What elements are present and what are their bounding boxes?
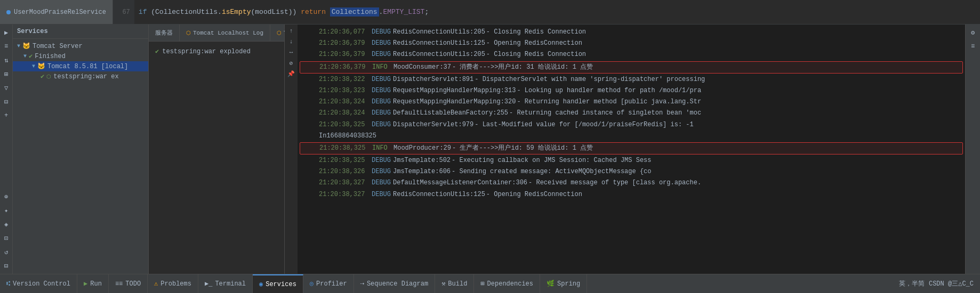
sequence-icon: ⇢	[360, 280, 364, 288]
problems-label: Problems	[160, 280, 191, 288]
tab-profiler[interactable]: ◎ Profiler	[303, 274, 354, 293]
code-dot: .	[218, 8, 222, 16]
right-filter-icon[interactable]: ≡	[968, 42, 978, 51]
tab-terminal[interactable]: ▶_ Terminal	[198, 274, 253, 293]
tab-spring[interactable]: 🌿 Spring	[540, 274, 587, 293]
play-icon[interactable]: ▶	[2, 28, 11, 37]
bottom-tabs: ⑆ Version Control ▶ Run ≡≡ TODO ⚠ Proble…	[0, 274, 587, 293]
clear-btn[interactable]: ⊘	[287, 59, 295, 67]
log-controls: ↑ ↓ ↔ ⊘ 📌	[285, 25, 298, 274]
log-level: DEBUG	[372, 120, 391, 130]
deploy-name: testspring:war exploded	[162, 48, 251, 55]
log-line: 21:20:36,379INFOMoodConsumer:37- 消费者--->…	[300, 61, 963, 74]
tomcat-localhost-icon: ⬡	[186, 30, 191, 36]
deployment-label: testspring:war ex	[53, 73, 118, 80]
right-settings-icon[interactable]: ⚙	[968, 28, 978, 37]
scroll-up-btn[interactable]: ↑	[287, 27, 295, 35]
log-timestamp: 21:20:36,379	[319, 50, 369, 60]
finished-icon: ✔	[29, 52, 33, 60]
tab-server-label: 服务器	[155, 29, 173, 37]
bottom-right-status: 英，半简 CSDN @三△C_C	[893, 279, 980, 288]
code-constant: EMPTY_LIST	[383, 8, 424, 16]
tomcat-server-label: Tomcat Server	[33, 43, 83, 50]
code-tab[interactable]: UserMoodPraiseRelService	[0, 0, 113, 24]
log-class: MoodConsumer:37	[393, 62, 451, 72]
log-continuation: In1668864038325	[319, 131, 376, 141]
profiler-label: Profiler	[316, 280, 347, 288]
log-class: DefaultMessageListenerContainer:306	[393, 178, 527, 188]
tab-dependencies[interactable]: ⊞ Dependencies	[474, 274, 540, 293]
log-line: 21:20:36,379DEBUGRedisConnectionUtils:20…	[298, 49, 965, 60]
todo-label: TODO	[125, 280, 141, 288]
log-line: 21:20:36,077DEBUGRedisConnectionUtils:20…	[298, 27, 965, 38]
sidebar-icon-4[interactable]: ⊟	[2, 97, 11, 107]
log-class: JmsTemplate:606	[393, 167, 451, 177]
tab-server[interactable]: 服务器	[149, 25, 180, 41]
log-message: - DispatcherServlet with name 'spring-di…	[475, 75, 705, 85]
profiler-icon: ◎	[310, 280, 314, 288]
server-tabs: 服务器 ⬡ Tomcat Localhost Log ⬡ Tomcat Cata…	[149, 25, 284, 42]
spring-label: Spring	[557, 280, 580, 288]
log-line: 21:20:38,324DEBUGDefaultListableBeanFact…	[298, 108, 965, 119]
tab-version-control[interactable]: ⑆ Version Control	[0, 274, 77, 293]
tab-services[interactable]: ◉ Services	[253, 274, 303, 293]
tomcat-server-item[interactable]: ▼ 🐱 Tomcat Server	[13, 41, 148, 51]
log-class: RedisConnectionUtils:205	[393, 27, 485, 37]
log-message: - 消费者--->>用户id: 31 给说说id: 1 点赞	[452, 62, 593, 72]
sidebar-icon-bottom5[interactable]: ↺	[2, 247, 11, 257]
check-icon: ✔	[155, 47, 159, 55]
log-level: INFO	[372, 143, 391, 153]
log-level: DEBUG	[372, 156, 391, 166]
code-line: if ( CollectionUtils . isEmpty (moodList…	[134, 0, 980, 24]
vc-icon: ⑆	[6, 280, 10, 288]
sidebar-icon-bottom4[interactable]: ⊡	[2, 233, 11, 243]
sidebar-icon-bottom3[interactable]: ◈	[2, 219, 11, 229]
tab-sequence[interactable]: ⇢ Sequence Diagram	[354, 274, 435, 293]
tab-todo[interactable]: ≡≡ TODO	[109, 274, 148, 293]
log-line: 21:20:38,324DEBUGRequestMappingHandlerMa…	[298, 96, 965, 108]
scroll-down-btn[interactable]: ↓	[287, 37, 295, 46]
finished-item[interactable]: ▼ ✔ Finished	[13, 51, 148, 61]
sidebar-icon-bottom6[interactable]: ⊟	[2, 261, 11, 271]
log-line: 21:20:38,325DEBUGJmsTemplate:502- Execut…	[298, 155, 965, 166]
run-label: Run	[90, 280, 102, 288]
log-message: - 生产者--->>用户id: 59 给说说id: 1 点赞	[452, 143, 593, 153]
tab-tomcat-localhost[interactable]: ⬡ Tomcat Localhost Log	[180, 25, 270, 41]
sidebar-icon-1[interactable]: ≡	[2, 42, 11, 51]
filter-icon[interactable]: ▽	[2, 83, 11, 93]
sidebar-icon-2[interactable]: ⇅	[2, 55, 11, 65]
bottom-bar: ⑆ Version Control ▶ Run ≡≡ TODO ⚠ Proble…	[0, 274, 980, 293]
log-area[interactable]: 21:20:36,077DEBUGRedisConnectionUtils:20…	[298, 25, 965, 274]
log-level: DEBUG	[372, 167, 391, 177]
tab-build[interactable]: ⚒ Build	[435, 274, 474, 293]
code-return: return	[301, 8, 326, 16]
sidebar-icon-bottom2[interactable]: ✦	[2, 206, 11, 215]
right-panel: ↑ ↓ ↔ ⊘ 📌 21:20:36,077DEBUGRedisConnecti…	[285, 25, 980, 274]
deploy-list-item[interactable]: ✔ testspring:war exploded	[153, 46, 280, 57]
left-sidebar: ▶ ≡ ⇅ ⊞ ▽ ⊟ + ⊕ ✦ ◈ ⊡ ↺ ⊟	[0, 25, 13, 274]
sidebar-icon-3[interactable]: ⊞	[2, 69, 11, 79]
add-icon[interactable]: +	[2, 111, 11, 120]
finished-arrow: ▼	[23, 53, 27, 59]
log-timestamp: 21:20:38,326	[319, 167, 369, 177]
wrap-btn[interactable]: ↔	[287, 48, 295, 56]
tomcat-version-label: Tomcat 8.5.81 [local]	[47, 63, 128, 70]
log-line: 21:20:38,322DEBUGDispatcherServlet:891- …	[298, 74, 965, 85]
log-class: DispatcherServlet:979	[393, 120, 473, 130]
tab-run[interactable]: ▶ Run	[77, 274, 109, 293]
right-sidebar: ⚙ ≡	[965, 25, 980, 274]
sidebar-icon-bottom1[interactable]: ⊕	[2, 192, 11, 201]
log-timestamp: 21:20:38,327	[319, 178, 369, 188]
log-class: RedisConnectionUtils:125	[393, 190, 485, 200]
line-number: 67	[113, 0, 134, 24]
server-tree: ▼ 🐱 Tomcat Server ▼ ✔ Finished ▼ 🐱 Tomca…	[13, 39, 148, 274]
status-text: 英，半简	[899, 279, 925, 288]
problems-icon: ⚠	[154, 280, 158, 288]
log-line: 21:20:38,326DEBUGJmsTemplate:606- Sendin…	[298, 166, 965, 177]
log-class: JmsTemplate:502	[393, 156, 451, 166]
pin-btn[interactable]: 📌	[287, 69, 295, 78]
tomcat-version-item[interactable]: ▼ 🐱 Tomcat 8.5.81 [local]	[13, 61, 148, 71]
tab-problems[interactable]: ⚠ Problems	[148, 274, 198, 293]
finished-label: Finished	[35, 53, 66, 60]
deployment-item[interactable]: ✔ ⬡ testspring:war ex	[13, 71, 148, 82]
